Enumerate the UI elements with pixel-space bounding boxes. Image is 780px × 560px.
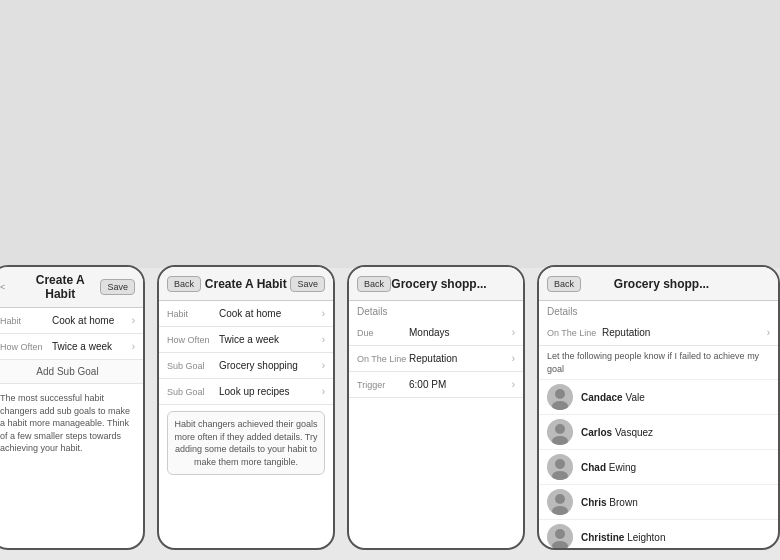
phone-1-header: < Create A Habit Save	[0, 267, 143, 308]
phone-1-description: The most successful habit changers add s…	[0, 384, 143, 463]
phone-3-due-row[interactable]: Due Mondays ›	[349, 320, 523, 346]
phone-1: < Create A Habit Save Habit Cook at home…	[0, 265, 145, 550]
person-name: Carlos Vasquez	[581, 427, 653, 438]
phone-3-title: Grocery shopp...	[391, 277, 487, 291]
phone-2-save-button[interactable]: Save	[290, 276, 325, 292]
phone-3-header: Back Grocery shopp...	[349, 267, 523, 301]
phone-3: Back Grocery shopp... Details Due Monday…	[347, 265, 525, 550]
phone-2-habit-chevron: ›	[322, 308, 325, 319]
phone-4-online-row[interactable]: On The Line Reputation ›	[539, 320, 778, 346]
phone-3-trigger-label: Trigger	[357, 380, 409, 390]
avatar	[547, 524, 573, 548]
phone-2-habit-row[interactable]: Habit Cook at home ›	[159, 301, 333, 327]
phone-2-header: Back Create A Habit Save	[159, 267, 333, 301]
svg-point-13	[555, 529, 565, 539]
avatar	[547, 419, 573, 445]
list-item[interactable]: Christine Leighton	[539, 520, 778, 548]
phone-3-online-row[interactable]: On The Line Reputation ›	[349, 346, 523, 372]
phone-2-title: Create A Habit	[201, 277, 290, 291]
phone-4-notice-text: Let the following people know if I faile…	[539, 346, 778, 380]
phone-4-title: Grocery shopp...	[581, 277, 742, 291]
person-name: Chad Ewing	[581, 462, 636, 473]
phone-1-title: Create A Habit	[20, 273, 100, 301]
phone-1-save-button[interactable]: Save	[100, 279, 135, 295]
phone-2-subgoal1-value: Grocery shopping	[219, 360, 322, 371]
phone-3-online-value: Reputation	[409, 353, 512, 364]
phone-3-back-button[interactable]: Back	[357, 276, 391, 292]
list-item[interactable]: Chad Ewing	[539, 450, 778, 485]
phone-3-due-chevron: ›	[512, 327, 515, 338]
phone-4-people-list: Candace Vale Carlos Vasquez	[539, 380, 778, 548]
phone-1-howoften-row[interactable]: How Often Twice a week ›	[0, 334, 143, 360]
top-background	[0, 0, 780, 268]
phone-4-online-label: On The Line	[547, 328, 602, 338]
phone-3-section-label: Details	[349, 301, 523, 320]
phone-2-howoften-label: How Often	[167, 335, 219, 345]
phone-4-header: Back Grocery shopp...	[539, 267, 778, 301]
phone-4-back-button[interactable]: Back	[547, 276, 581, 292]
phone-2-subgoal2-chevron: ›	[322, 386, 325, 397]
phone-1-howoften-label: How Often	[0, 342, 52, 352]
phone-2-subgoal1-row[interactable]: Sub Goal Grocery shopping ›	[159, 353, 333, 379]
phone-4-section-label: Details	[539, 301, 778, 320]
phone-3-due-value: Mondays	[409, 327, 512, 338]
svg-point-10	[555, 494, 565, 504]
phone-4: Back Grocery shopp... Details On The Lin…	[537, 265, 780, 550]
list-item[interactable]: Candace Vale	[539, 380, 778, 415]
avatar	[547, 384, 573, 410]
phone-4-online-chevron: ›	[767, 327, 770, 338]
phone-3-due-label: Due	[357, 328, 409, 338]
phone-2-tip-box: Habit changers achieved their goals more…	[167, 411, 325, 475]
list-item[interactable]: Chris Brown	[539, 485, 778, 520]
phone-1-add-sub-goal-button[interactable]: Add Sub Goal	[0, 360, 143, 384]
phone-2-subgoal1-label: Sub Goal	[167, 361, 219, 371]
phone-2-subgoal2-value: Look up recipes	[219, 386, 322, 397]
phone-1-habit-chevron: ›	[132, 315, 135, 326]
phone-1-habit-label: Habit	[0, 316, 52, 326]
phone-2-howoften-chevron: ›	[322, 334, 325, 345]
phone-2-subgoal2-row[interactable]: Sub Goal Look up recipes ›	[159, 379, 333, 405]
phone-3-trigger-row[interactable]: Trigger 6:00 PM ›	[349, 372, 523, 398]
phone-2-habit-label: Habit	[167, 309, 219, 319]
phone-1-howoften-chevron: ›	[132, 341, 135, 352]
phone-4-online-value: Reputation	[602, 327, 767, 338]
phone-1-howoften-value: Twice a week	[52, 341, 132, 352]
phone-2-subgoal2-label: Sub Goal	[167, 387, 219, 397]
phone-1-habit-row[interactable]: Habit Cook at home ›	[0, 308, 143, 334]
person-name: Christine Leighton	[581, 532, 666, 543]
phone-3-trigger-value: 6:00 PM	[409, 379, 512, 390]
svg-point-4	[555, 424, 565, 434]
phone-3-trigger-chevron: ›	[512, 379, 515, 390]
phone-2: Back Create A Habit Save Habit Cook at h…	[157, 265, 335, 550]
phone-2-tip-text: Habit changers achieved their goals more…	[174, 418, 318, 468]
svg-point-7	[555, 459, 565, 469]
phone-1-back-placeholder: <	[0, 282, 20, 292]
phone-2-howoften-value: Twice a week	[219, 334, 322, 345]
phone-2-howoften-row[interactable]: How Often Twice a week ›	[159, 327, 333, 353]
person-name: Chris Brown	[581, 497, 638, 508]
phone-2-subgoal1-chevron: ›	[322, 360, 325, 371]
phones-container: < Create A Habit Save Habit Cook at home…	[0, 265, 780, 560]
list-item[interactable]: Carlos Vasquez	[539, 415, 778, 450]
phone-3-online-label: On The Line	[357, 354, 409, 364]
avatar	[547, 454, 573, 480]
phone-3-online-chevron: ›	[512, 353, 515, 364]
svg-point-1	[555, 389, 565, 399]
person-name: Candace Vale	[581, 392, 645, 403]
phone-2-habit-value: Cook at home	[219, 308, 322, 319]
avatar	[547, 489, 573, 515]
phone-1-habit-value: Cook at home	[52, 315, 132, 326]
phone-2-back-button[interactable]: Back	[167, 276, 201, 292]
